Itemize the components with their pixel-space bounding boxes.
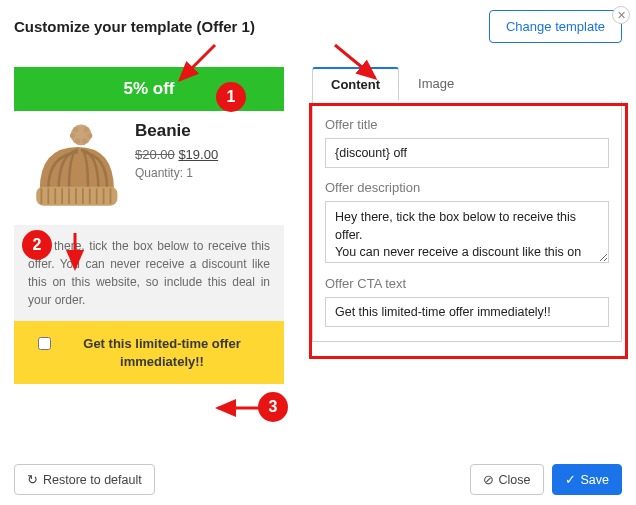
price-discounted: $19.00 xyxy=(178,147,218,162)
offer-preview: 5% off xyxy=(14,67,284,384)
close-button[interactable]: ⊘ Close xyxy=(470,464,544,495)
annotation-badge-3: 3 xyxy=(258,392,288,422)
modal-title: Customize your template (Offer 1) xyxy=(14,18,255,35)
modal-footer: ↻ Restore to default ⊘ Close ✓ Save xyxy=(14,464,622,495)
svg-point-2 xyxy=(84,127,89,132)
annotation-arrow-3 xyxy=(210,398,265,418)
offer-description-input[interactable] xyxy=(325,201,609,263)
offer-description-label: Offer description xyxy=(325,180,609,195)
tab-content[interactable]: Content xyxy=(312,67,399,101)
svg-point-5 xyxy=(75,138,80,143)
product-quantity: Quantity: 1 xyxy=(135,166,218,180)
change-template-button[interactable]: Change template xyxy=(489,10,622,43)
check-icon: ✓ xyxy=(565,472,576,487)
modal-header: Customize your template (Offer 1) Change… xyxy=(0,0,636,49)
close-label: Close xyxy=(499,473,531,487)
svg-point-6 xyxy=(82,138,87,143)
offer-description-preview: Hey there, tick the box below to receive… xyxy=(14,225,284,321)
svg-point-3 xyxy=(70,133,75,138)
svg-point-1 xyxy=(73,127,78,132)
offer-banner: 5% off xyxy=(14,67,284,111)
svg-point-4 xyxy=(87,133,92,138)
cta-text: Get this limited-time offer immediately!… xyxy=(60,335,264,370)
save-button[interactable]: ✓ Save xyxy=(552,464,623,495)
offer-title-label: Offer title xyxy=(325,117,609,132)
product-name: Beanie xyxy=(135,121,218,141)
restore-label: Restore to default xyxy=(43,473,142,487)
ban-icon: ⊘ xyxy=(483,472,494,487)
product-image xyxy=(20,121,125,219)
offer-cta-input[interactable] xyxy=(325,297,609,327)
tab-image[interactable]: Image xyxy=(399,67,473,101)
tab-bar: Content Image xyxy=(312,67,622,101)
offer-title-input[interactable] xyxy=(325,138,609,168)
restore-default-button[interactable]: ↻ Restore to default xyxy=(14,464,155,495)
cta-checkbox[interactable] xyxy=(38,337,51,350)
form-column: Content Image Offer title Offer descript… xyxy=(312,67,622,384)
form-panel: Offer title Offer description Offer CTA … xyxy=(312,101,622,342)
save-label: Save xyxy=(581,473,610,487)
offer-cta-preview: Get this limited-time offer immediately!… xyxy=(14,321,284,384)
price-original: $20.00 xyxy=(135,147,175,162)
modal-close-button[interactable]: ✕ xyxy=(612,6,630,24)
offer-cta-label: Offer CTA text xyxy=(325,276,609,291)
refresh-icon: ↻ xyxy=(27,472,38,487)
